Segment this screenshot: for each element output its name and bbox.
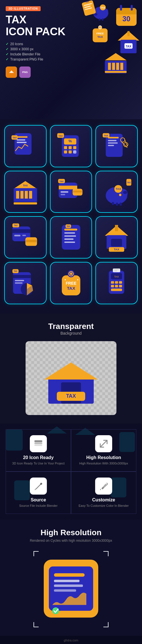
svg-rect-28 xyxy=(120,63,123,70)
icon-card-tax-machine: TAX xyxy=(95,262,138,304)
icon-grid-row3: TAX FREE TAX ✦ ✦ xyxy=(4,262,138,304)
svg-rect-68 xyxy=(20,191,24,199)
icon-grid-section-1: TAX TAX % + = xyxy=(0,119,142,313)
svg-point-167 xyxy=(52,607,59,614)
svg-rect-131 xyxy=(115,281,118,284)
feature-desc-resolution: High Resolution With 3000x3000px xyxy=(76,461,132,466)
svg-text:TAX: TAX xyxy=(114,275,119,278)
svg-rect-166 xyxy=(54,589,76,592)
feature-title-customize: Customize xyxy=(76,497,132,503)
svg-text:TAX: TAX xyxy=(97,35,103,38)
svg-text:30: 30 xyxy=(122,15,130,23)
svg-rect-132 xyxy=(119,281,122,284)
icon-grid-row2: TAX TAX xyxy=(4,216,138,259)
svg-rect-44 xyxy=(68,146,72,149)
svg-line-160 xyxy=(100,489,101,490)
svg-rect-76 xyxy=(60,194,65,195)
icon-card-tax-calc: TAX % + = xyxy=(50,125,92,167)
feature-cell-source: Source Source File Include Blender xyxy=(6,472,71,514)
icon-card-tax-center: TAX xyxy=(50,216,92,259)
icon-card-tax-doc: TAX xyxy=(4,125,47,167)
svg-rect-154 xyxy=(34,442,42,444)
svg-rect-135 xyxy=(119,285,122,287)
features-section: 20 Icon Ready 3D Icon Ready To Use In Yo… xyxy=(0,424,142,520)
feature-cell-resolution: High Resolution High Resolution With 300… xyxy=(71,429,136,472)
icon-card-tax-creditcard: TAX xyxy=(50,171,92,213)
svg-rect-37 xyxy=(17,139,25,140)
svg-rect-58 xyxy=(108,145,114,146)
svg-line-156 xyxy=(100,440,107,447)
svg-rect-155 xyxy=(34,440,42,442)
icon-card-house-tax: TAX xyxy=(95,216,138,259)
highres-desc: Rendered on Cycles with high resolution … xyxy=(6,539,136,543)
svg-rect-46 xyxy=(64,151,67,154)
svg-rect-75 xyxy=(60,191,68,193)
icon-card-piggy: TAX TAX xyxy=(95,171,138,213)
svg-rect-30 xyxy=(82,0,96,16)
svg-rect-100 xyxy=(62,225,80,250)
svg-text:TAX: TAX xyxy=(14,225,18,227)
transparent-subtitle: Background xyxy=(6,331,136,335)
corner-bracket-tr xyxy=(103,551,108,556)
check-icon: ✓ xyxy=(6,47,9,51)
corner-bracket-bl xyxy=(34,622,39,627)
svg-point-88 xyxy=(119,194,122,196)
svg-rect-4 xyxy=(131,5,133,11)
svg-rect-93 xyxy=(12,229,30,233)
highres-tax-icon xyxy=(37,555,105,623)
svg-text:TAX: TAX xyxy=(66,226,70,228)
pen-icon-container xyxy=(30,478,47,495)
svg-text:+: + xyxy=(67,151,69,153)
resolution-preview-container xyxy=(34,551,108,627)
hero-bank-icon xyxy=(104,51,128,75)
svg-rect-86 xyxy=(120,203,122,206)
svg-rect-43 xyxy=(64,146,67,149)
svg-text:TAX: TAX xyxy=(126,45,131,48)
svg-rect-97 xyxy=(25,240,37,242)
svg-marker-24 xyxy=(105,53,127,61)
svg-rect-26 xyxy=(112,63,115,70)
svg-rect-134 xyxy=(115,285,118,287)
svg-text:TAX: TAX xyxy=(66,393,76,399)
transparent-preview: TAX xyxy=(26,341,116,415)
pen-icon xyxy=(33,481,43,491)
svg-rect-47 xyxy=(68,151,72,154)
svg-rect-45 xyxy=(73,146,76,149)
svg-rect-136 xyxy=(111,289,122,291)
layers-icon xyxy=(33,439,43,449)
svg-text:TAX: TAX xyxy=(12,136,17,139)
feature-desc-customize: Easy To Customize Color In Blender xyxy=(76,504,132,508)
hero-icons: 30 TAX TAX xyxy=(74,0,142,119)
corner-bracket-br xyxy=(103,622,108,627)
svg-rect-11 xyxy=(99,18,101,21)
hero-freetax-icon: FREE TAX xyxy=(89,24,111,45)
svg-text:TAX: TAX xyxy=(23,184,28,187)
icon-card-tax-piechart: TAX xyxy=(4,262,47,304)
svg-point-83 xyxy=(123,191,127,194)
transparent-title: Transparent xyxy=(6,322,136,331)
feature-desc-source: Source File Include Blender xyxy=(10,504,66,508)
icon-card-free-tax: FREE TAX ✦ ✦ xyxy=(50,262,92,304)
svg-rect-105 xyxy=(64,242,75,243)
svg-text:TAX: TAX xyxy=(59,135,63,137)
svg-text:TAX: TAX xyxy=(59,180,64,182)
icon-card-bank: TAX xyxy=(4,171,47,213)
svg-rect-164 xyxy=(54,580,80,582)
blender-badge xyxy=(6,66,17,78)
svg-rect-56 xyxy=(108,140,116,141)
svg-rect-133 xyxy=(111,285,114,287)
arrow-icon-container xyxy=(95,435,112,452)
svg-rect-139 xyxy=(114,271,117,271)
svg-rect-55 xyxy=(108,137,119,138)
svg-text:TAX: TAX xyxy=(14,270,17,272)
highres-title: High Resolution xyxy=(6,528,136,537)
svg-text:FREE: FREE xyxy=(66,281,76,285)
feature-title-resolution: High Resolution xyxy=(76,455,132,460)
svg-rect-70 xyxy=(29,191,32,199)
png-badge: PNG xyxy=(19,66,31,78)
svg-rect-78 xyxy=(72,191,82,193)
svg-rect-85 xyxy=(116,203,118,206)
customize-icon xyxy=(99,481,109,491)
svg-rect-29 xyxy=(105,71,127,73)
svg-text:TAX: TAX xyxy=(67,286,75,291)
